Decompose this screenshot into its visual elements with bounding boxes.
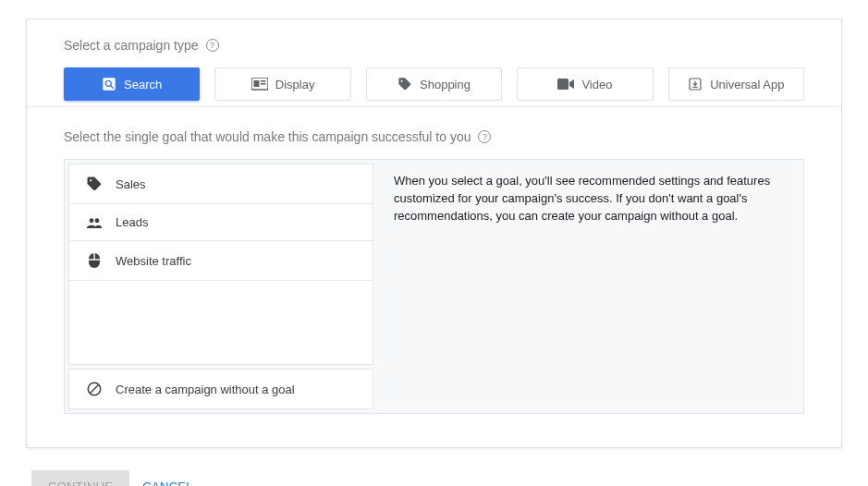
- goal-item-website-traffic[interactable]: Website traffic: [69, 241, 373, 281]
- tab-universal-app-label: Universal App: [710, 78, 784, 91]
- campaign-type-label-text: Select a campaign type: [64, 38, 199, 53]
- goal-description: When you select a goal, you'll see recom…: [377, 164, 800, 409]
- goal-label: Select the single goal that would make t…: [64, 129, 804, 144]
- goal-item-sales[interactable]: Sales: [69, 164, 373, 204]
- goal-section: Select the single goal that would make t…: [27, 106, 841, 423]
- tab-universal-app[interactable]: Universal App: [668, 67, 804, 101]
- svg-point-10: [90, 218, 94, 223]
- goal-item-leads[interactable]: Leads: [69, 204, 373, 241]
- svg-point-11: [95, 218, 100, 223]
- tag-icon: [397, 77, 412, 91]
- footer: CONTINUE CANCEL: [26, 448, 842, 486]
- goal-panel: Sales Leads: [64, 159, 804, 414]
- svg-rect-5: [261, 80, 266, 82]
- campaign-type-tabs: Search Display Shopping: [64, 67, 804, 101]
- tab-shopping-label: Shopping: [420, 78, 471, 91]
- svg-rect-4: [253, 80, 259, 87]
- tab-display-label: Display: [275, 78, 315, 91]
- tab-search-label: Search: [124, 78, 162, 91]
- search-icon: [102, 77, 116, 91]
- tab-search[interactable]: Search: [64, 67, 200, 101]
- video-icon: [557, 79, 574, 90]
- svg-line-16: [91, 385, 99, 394]
- help-icon[interactable]: ?: [206, 39, 219, 52]
- tag-icon: [86, 176, 103, 192]
- goal-item-label: Website traffic: [116, 254, 191, 268]
- no-goal-icon: [86, 381, 103, 397]
- people-icon: [86, 216, 103, 229]
- create-without-goal[interactable]: Create a campaign without a goal: [68, 369, 373, 409]
- goal-label-text: Select the single goal that would make t…: [64, 129, 471, 144]
- help-icon[interactable]: ?: [478, 130, 491, 143]
- tab-video[interactable]: Video: [517, 67, 653, 101]
- svg-rect-6: [261, 83, 266, 85]
- cancel-button[interactable]: CANCEL: [142, 480, 193, 486]
- display-icon: [251, 78, 268, 91]
- campaign-card: Select a campaign type ? Search Display: [26, 18, 842, 448]
- tab-video-label: Video: [581, 78, 612, 91]
- goal-item-label: Leads: [116, 215, 148, 229]
- svg-rect-7: [557, 79, 568, 90]
- mouse-icon: [86, 252, 103, 269]
- tab-display[interactable]: Display: [214, 67, 350, 101]
- continue-button[interactable]: CONTINUE: [31, 470, 129, 486]
- download-icon: [688, 77, 703, 91]
- goal-list: Sales Leads: [68, 164, 373, 365]
- tab-shopping[interactable]: Shopping: [366, 67, 502, 101]
- goal-item-label: Sales: [116, 177, 146, 191]
- create-without-goal-label: Create a campaign without a goal: [116, 383, 295, 396]
- campaign-type-label: Select a campaign type ?: [64, 38, 804, 53]
